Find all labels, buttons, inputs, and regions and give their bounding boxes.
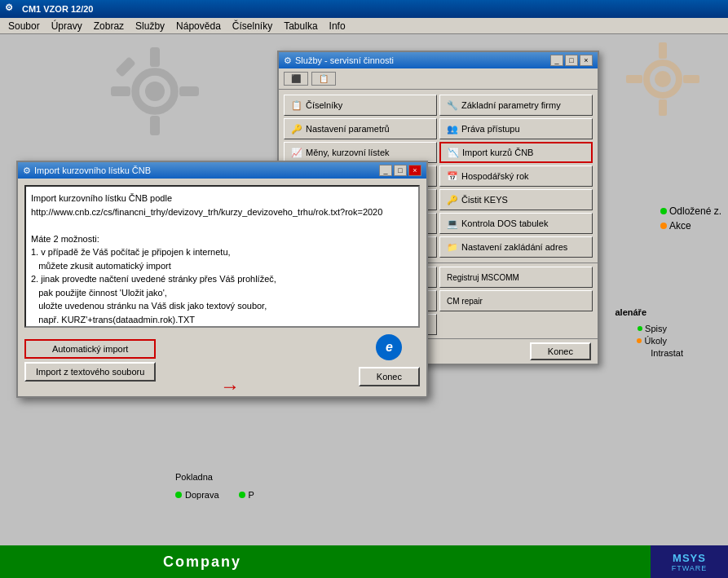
doprava-area: Doprava P xyxy=(175,490,254,500)
zakladni-label: Základní parametry firmy xyxy=(461,100,561,110)
ciselniky-icon: 📋 xyxy=(291,100,302,111)
menu-bar: Soubor Úpravy Zobraz Služby Nápověda Čís… xyxy=(0,18,728,34)
registruj-btn[interactable]: Registruj MSCOMM xyxy=(439,267,593,288)
cm-repair-label: CM repair xyxy=(447,297,483,306)
arrow-indicator: → xyxy=(220,375,240,398)
menu-zobraz[interactable]: Zobraz xyxy=(89,20,129,33)
spisy-dot xyxy=(638,326,642,331)
ciselniky-btn[interactable]: 📋 Číselníky xyxy=(284,95,437,116)
logo-line1: MSYS xyxy=(673,552,706,564)
gear-decoration-3 xyxy=(622,38,704,122)
services-icon: ⚙ xyxy=(284,55,292,66)
svg-rect-16 xyxy=(659,99,667,116)
import-dialog-icon: ⚙ xyxy=(23,165,31,176)
services-konec-btn[interactable]: Konec xyxy=(530,342,591,360)
ukoly-dot xyxy=(637,338,642,343)
spisy-label: Spisy xyxy=(645,324,667,333)
logo-area: MSYS FTWARE xyxy=(651,545,728,578)
services-toolbar-btn1[interactable]: ⬛ xyxy=(284,72,308,86)
company-label: Company xyxy=(163,554,241,571)
import-close-btn[interactable]: × xyxy=(408,165,421,176)
auto-import-btn[interactable]: Automatický import xyxy=(24,339,156,359)
kalendare-label: alenáře xyxy=(615,307,646,317)
doprava-label: Doprava xyxy=(185,490,219,500)
import-right-area: e Konec xyxy=(359,334,420,386)
menu-soubor[interactable]: Soubor xyxy=(3,20,45,33)
nastaveni-zakladani-btn[interactable]: 📁 Nastavení zakládání adres xyxy=(439,236,593,258)
menu-ciselniky[interactable]: Číselníky xyxy=(227,20,277,33)
svg-rect-5 xyxy=(179,86,199,96)
doprava-dot xyxy=(175,492,182,498)
intrastat-item[interactable]: Intrastat xyxy=(651,348,683,358)
menu-napoveda[interactable]: Nápověda xyxy=(171,20,226,33)
prava-label: Práva přístupu xyxy=(461,124,520,134)
import-konec-btn[interactable]: Konec xyxy=(359,367,420,386)
dot-green xyxy=(660,208,667,214)
dos-icon: 💻 xyxy=(447,218,458,229)
text-import-btn[interactable]: Import z textového souboru xyxy=(24,362,156,382)
import-minimize-btn[interactable]: _ xyxy=(379,165,392,176)
cistit-keys-btn[interactable]: 🔑 Čistit KEYS xyxy=(439,189,593,210)
main-content: Odložené z. Akce alenáře Spisy Úkoly Int… xyxy=(0,34,728,578)
ukoly-label: Úkoly xyxy=(644,336,667,346)
spisy-item[interactable]: Spisy xyxy=(638,324,667,333)
menu-sluzby[interactable]: Služby xyxy=(130,20,170,33)
zakladni-parametry-btn[interactable]: 🔧 Základní parametry firmy xyxy=(439,95,593,116)
company-bar: Company xyxy=(0,545,728,578)
services-title-bar: ⚙ Služby - servisní činnosti _ □ × xyxy=(279,52,598,68)
app-icon: ⚙ xyxy=(5,2,18,15)
import-window-controls: _ □ × xyxy=(379,165,421,176)
import-kurzu-btn[interactable]: 📉 Import kurzů ČNB xyxy=(439,142,593,163)
logo-line2: FTWARE xyxy=(672,564,708,572)
meny-label: Měny, kurzovní lístek xyxy=(306,148,390,157)
hospodarsky-icon: 📅 xyxy=(447,171,458,182)
kontrola-dos-btn[interactable]: 💻 Kontrola DOS tabulek xyxy=(439,213,593,234)
svg-rect-17 xyxy=(626,75,642,83)
dot-orange xyxy=(660,223,667,229)
services-toolbar-btn2[interactable]: 📋 xyxy=(311,72,336,86)
intrastat-label: Intrastat xyxy=(651,348,683,358)
akce-item: Akce xyxy=(660,220,721,232)
dos-label: Kontrola DOS tabulek xyxy=(461,218,548,228)
svg-rect-15 xyxy=(659,42,667,59)
services-close-btn[interactable]: × xyxy=(580,55,593,66)
doprava-extra: P xyxy=(249,490,254,500)
services-title: Služby - servisní činnosti xyxy=(295,55,394,65)
nastaveni-parametru-btn[interactable]: 🔑 Nastavení parametrů xyxy=(284,118,437,139)
import-title-bar: ⚙ Import kurzovního lístku ČNB _ □ × xyxy=(18,162,426,179)
akce-label: Akce xyxy=(669,220,691,232)
registruj-label: Registruj MSCOMM xyxy=(447,273,519,282)
ie-icon: e xyxy=(376,334,402,360)
hospodarsky-rok-btn[interactable]: 📅 Hospodářský rok xyxy=(439,165,593,187)
doprava-dot2 xyxy=(239,492,245,498)
menu-upravy[interactable]: Úpravy xyxy=(46,20,87,33)
import-dialog: ⚙ Import kurzovního lístku ČNB _ □ × Imp… xyxy=(16,161,428,398)
prava-pristupu-btn[interactable]: 👥 Práva přístupu xyxy=(439,118,593,139)
import-left-buttons: Automatický import Import z textového so… xyxy=(24,339,156,382)
import-dialog-title: Import kurzovního lístku ČNB xyxy=(34,165,151,175)
services-maximize-btn[interactable]: □ xyxy=(565,55,578,66)
svg-point-1 xyxy=(145,82,165,101)
ukoly-item[interactable]: Úkoly xyxy=(637,336,667,346)
import-kurzu-icon: 📉 xyxy=(448,148,459,158)
zakladni-icon: 🔧 xyxy=(447,100,458,111)
svg-rect-4 xyxy=(111,86,130,96)
keys-label: Čistit KEYS xyxy=(461,195,508,205)
hospodarsky-label: Hospodářský rok xyxy=(461,171,529,181)
nastaveni-label: Nastavení parametrů xyxy=(306,124,390,134)
menu-info[interactable]: Info xyxy=(324,20,351,33)
cm-repair-btn[interactable]: CM repair xyxy=(439,290,593,311)
svg-rect-3 xyxy=(150,116,160,135)
services-minimize-btn[interactable]: _ xyxy=(550,55,563,66)
odlozene-item: Odložené z. xyxy=(660,205,721,217)
services-window-controls: _ □ × xyxy=(550,55,593,66)
ciselniky-label: Číselníky xyxy=(306,100,342,110)
app-title: CM1 VZOR 12/20 xyxy=(22,4,93,14)
title-bar: ⚙ CM1 VZOR 12/20 xyxy=(0,0,728,18)
menu-tabulka[interactable]: Tabulka xyxy=(279,20,322,33)
import-kurzu-label: Import kurzů ČNB xyxy=(462,148,533,157)
import-content: Import kurzovního lístku ČNB podle http:… xyxy=(18,179,426,396)
svg-rect-18 xyxy=(683,75,699,83)
gear-decoration-1 xyxy=(106,42,204,143)
import-maximize-btn[interactable]: □ xyxy=(394,165,407,176)
